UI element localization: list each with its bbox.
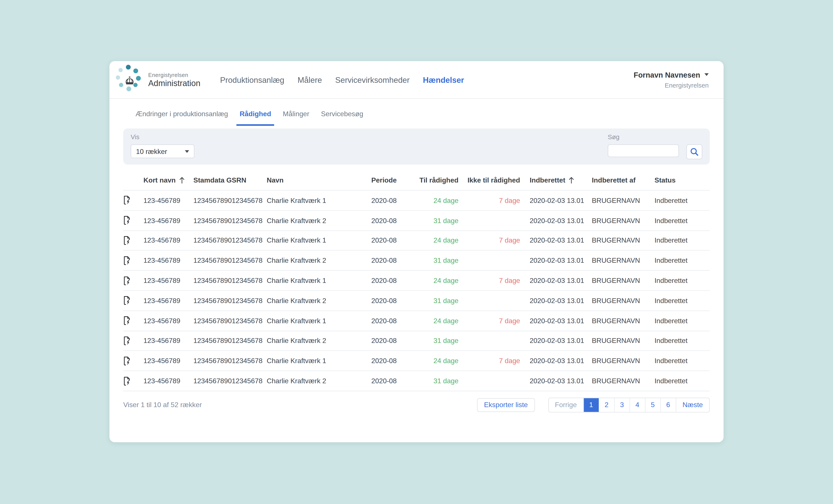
nav-item-servicevirksomheder[interactable]: Servicevirksomheder <box>335 75 409 84</box>
cell-report-icon <box>123 236 143 245</box>
header-cell-indberettet_af[interactable]: Indberettet af <box>592 176 654 184</box>
main-nav: ProduktionsanlægMålereServicevirksomhede… <box>220 75 464 84</box>
pagination-previous-button[interactable]: Forrige <box>549 398 583 412</box>
search-label: Søg <box>608 133 620 141</box>
cell-indberettet: 2020-02-03 13.01 <box>530 337 592 345</box>
header-cell-status[interactable]: Status <box>654 176 710 184</box>
header-cell-til_raadighed[interactable]: Til rådighed <box>415 176 458 184</box>
header-cell-ikke_til_raadighed[interactable]: Ikke til rådighed <box>458 176 529 184</box>
cell-status: Indberettet <box>654 377 710 385</box>
pagination-page-6[interactable]: 6 <box>660 398 675 412</box>
cell-periode: 2020-08 <box>372 337 415 345</box>
header-cell-gsrn[interactable]: Stamdata GSRN <box>193 176 267 184</box>
cell-periode: 2020-08 <box>372 317 415 325</box>
tab-servicebes-g[interactable]: Servicebesøg <box>318 110 366 126</box>
nav-item-h-ndelser[interactable]: Hændelser <box>423 75 464 84</box>
table-row[interactable]: 123-456789123456789012345678Charlie Kraf… <box>123 211 710 231</box>
cell-status: Indberettet <box>654 297 710 305</box>
pagination-page-5[interactable]: 5 <box>645 398 660 412</box>
cell-navn: Charlie Kraftværk 1 <box>267 277 371 285</box>
cell-kort-navn: 123-456789 <box>143 317 193 325</box>
cell-indberettet: 2020-02-03 13.01 <box>530 317 592 325</box>
cell-periode: 2020-08 <box>372 377 415 385</box>
table-row[interactable]: 123-456789123456789012345678Charlie Kraf… <box>123 291 710 311</box>
logo-dot <box>126 86 131 91</box>
cell-ikke-til-raadighed <box>458 377 529 385</box>
document-power-report-icon <box>123 336 131 346</box>
cell-indberettet-af: BRUGERNAVN <box>592 257 654 265</box>
pagination: Forrige123456Næste <box>548 398 710 412</box>
table-row[interactable]: 123-456789123456789012345678Charlie Kraf… <box>123 271 710 291</box>
tab-m-linger[interactable]: Målinger <box>280 110 312 126</box>
pagination-page-3[interactable]: 3 <box>614 398 629 412</box>
rows-per-page-label: Vis <box>130 133 194 141</box>
cell-kort-navn: 123-456789 <box>143 257 193 265</box>
header-cell-periode[interactable]: Periode <box>372 176 415 184</box>
cell-report-icon <box>123 276 143 285</box>
cell-til-raadighed: 24 dage <box>415 236 458 245</box>
cell-report-icon <box>123 376 143 386</box>
cell-indberettet: 2020-02-03 13.01 <box>530 196 592 204</box>
nav-item-produktionsanl-g[interactable]: Produktionsanlæg <box>220 75 284 84</box>
cell-status: Indberettet <box>654 257 710 265</box>
search-button[interactable] <box>686 144 702 159</box>
cell-report-icon <box>123 296 143 305</box>
cell-indberettet-af: BRUGERNAVN <box>592 297 654 305</box>
tab-r-dighed[interactable]: Rådighed <box>236 110 274 126</box>
cell-gsrn: 123456789012345678 <box>193 317 267 325</box>
cell-status: Indberettet <box>654 357 710 365</box>
search-input[interactable] <box>608 144 679 157</box>
crown-dots-logo-icon <box>116 65 143 95</box>
logo-dot <box>118 68 123 72</box>
document-power-report-icon <box>123 276 131 285</box>
table-row[interactable]: 123-456789123456789012345678Charlie Kraf… <box>123 191 710 211</box>
table-row[interactable]: 123-456789123456789012345678Charlie Kraf… <box>123 351 710 371</box>
user-menu-button[interactable]: Fornavn Navnesen <box>634 70 709 79</box>
cell-gsrn: 123456789012345678 <box>193 196 267 204</box>
cell-periode: 2020-08 <box>372 196 415 204</box>
cell-navn: Charlie Kraftværk 2 <box>267 216 371 224</box>
cell-gsrn: 123456789012345678 <box>193 216 267 224</box>
cell-ikke-til-raadighed <box>458 257 529 265</box>
cell-status: Indberettet <box>654 196 710 204</box>
table-row[interactable]: 123-456789123456789012345678Charlie Kraf… <box>123 331 710 351</box>
pagination-page-2[interactable]: 2 <box>598 398 614 412</box>
cell-indberettet: 2020-02-03 13.01 <box>530 277 592 285</box>
tab--ndringer-i-produktionsanl-g[interactable]: Ændringer i produktionsanlæg <box>132 110 231 126</box>
pagination-page-1[interactable]: 1 <box>583 398 598 412</box>
cell-status: Indberettet <box>654 216 710 224</box>
sort-ascending-arrow-icon <box>179 176 185 183</box>
availability-table: Kort navnStamdata GSRNNavnPeriodeTil råd… <box>123 170 710 391</box>
cell-indberettet: 2020-02-03 13.01 <box>530 377 592 385</box>
header-cell-kort_navn[interactable]: Kort navn <box>143 176 193 184</box>
cell-indberettet: 2020-02-03 13.01 <box>530 357 592 365</box>
rows-summary: Viser 1 til 10 af 52 rækker <box>123 401 202 409</box>
cell-navn: Charlie Kraftværk 1 <box>267 317 371 325</box>
cell-status: Indberettet <box>654 337 710 345</box>
pagination-page-4[interactable]: 4 <box>629 398 645 412</box>
document-power-report-icon <box>123 376 131 386</box>
cell-til-raadighed: 24 dage <box>415 317 458 325</box>
cell-gsrn: 123456789012345678 <box>193 277 267 285</box>
cell-navn: Charlie Kraftværk 2 <box>267 297 371 305</box>
cell-indberettet: 2020-02-03 13.01 <box>530 216 592 224</box>
cell-til-raadighed: 24 dage <box>415 357 458 365</box>
document-power-report-icon <box>123 296 131 305</box>
filter-panel: Vis 10 rækker Søg <box>123 129 710 165</box>
table-row[interactable]: 123-456789123456789012345678Charlie Kraf… <box>123 251 710 271</box>
header-cell-navn[interactable]: Navn <box>267 176 371 184</box>
cell-report-icon <box>123 196 143 205</box>
nav-item-m-lere[interactable]: Målere <box>298 75 322 84</box>
table-row[interactable]: 123-456789123456789012345678Charlie Kraf… <box>123 371 710 391</box>
header-cell-indberettet[interactable]: Indberettet <box>530 176 592 184</box>
table-row[interactable]: 123-456789123456789012345678Charlie Kraf… <box>123 311 710 331</box>
rows-per-page-select[interactable]: 10 rækker <box>130 144 194 158</box>
export-list-button[interactable]: Eksporter liste <box>477 398 535 412</box>
document-power-report-icon <box>123 216 131 225</box>
pagination-next-button[interactable]: Næste <box>675 398 709 412</box>
cell-periode: 2020-08 <box>372 297 415 305</box>
cell-ikke-til-raadighed: 7 dage <box>458 277 529 285</box>
cell-indberettet-af: BRUGERNAVN <box>592 337 654 345</box>
table-row[interactable]: 123-456789123456789012345678Charlie Kraf… <box>123 231 710 251</box>
rows-per-page-value: 10 rækker <box>136 147 167 155</box>
